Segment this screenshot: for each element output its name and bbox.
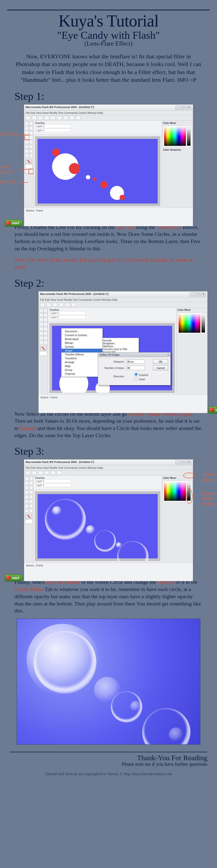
minimize-button[interactable]: _ bbox=[176, 105, 180, 110]
maximize-button[interactable]: □ bbox=[181, 461, 186, 464]
menu-item[interactable]: Convert Lines to Fills bbox=[102, 348, 138, 350]
fill-color-swatch[interactable] bbox=[39, 351, 47, 355]
menu-item[interactable]: Ungroup bbox=[61, 372, 102, 376]
properties-panel[interactable]: Actions - Frame bbox=[24, 562, 193, 581]
menu-item[interactable]: Symbol bbox=[61, 345, 102, 349]
close-button[interactable]: × bbox=[187, 461, 191, 464]
color-spectrum[interactable] bbox=[179, 314, 200, 333]
stage-column: Timeline Layer 2 Layer 1 bbox=[33, 476, 162, 562]
window-titlebar: Macromedia Flash MX Professional 2004 - … bbox=[24, 460, 193, 466]
start-button[interactable]: start bbox=[5, 574, 23, 582]
stage[interactable] bbox=[35, 136, 160, 206]
text-tool-icon[interactable] bbox=[29, 131, 33, 135]
menu-item[interactable]: Timeline Effects bbox=[61, 352, 102, 356]
menu-item[interactable]: Straighten bbox=[102, 342, 138, 345]
expand-radio[interactable] bbox=[134, 373, 138, 376]
tools-panel[interactable] bbox=[38, 308, 48, 395]
tools-panel[interactable] bbox=[24, 121, 33, 208]
color-mixer-panel[interactable] bbox=[163, 126, 192, 147]
layer-name: Layer 1 bbox=[51, 316, 59, 318]
close-button[interactable]: × bbox=[187, 105, 191, 110]
stroke-color-swatch[interactable] bbox=[25, 159, 33, 164]
steps-input[interactable] bbox=[126, 366, 145, 370]
text: and then hit okay. You should have a Cir… bbox=[14, 425, 201, 438]
minimize-button[interactable]: _ bbox=[190, 292, 195, 296]
menu-bar[interactable]: File Edit View Insert Modify Text Comman… bbox=[24, 466, 193, 470]
menu-item[interactable]: Optimize... bbox=[102, 345, 138, 348]
main-toolbar[interactable] bbox=[38, 302, 207, 308]
menu-bar[interactable]: File Edit View Insert Modify Text Comman… bbox=[24, 111, 193, 115]
color-spectrum[interactable] bbox=[164, 482, 186, 501]
eyedropper-icon[interactable] bbox=[25, 154, 29, 158]
menu-item[interactable]: Break Apart bbox=[61, 337, 102, 341]
tools-panel[interactable] bbox=[24, 476, 33, 562]
cancel-button[interactable]: Cancel bbox=[153, 366, 168, 370]
color-spectrum[interactable] bbox=[164, 127, 186, 146]
layer-row[interactable]: Layer 2 bbox=[50, 311, 86, 315]
subselect-tool-icon[interactable] bbox=[29, 122, 33, 126]
start-button[interactable]: start bbox=[5, 219, 23, 227]
stage[interactable]: Document... Convert to Symbol... Break A… bbox=[50, 323, 175, 393]
timeline-panel[interactable]: Timeline Layer 2 Layer 1 bbox=[33, 476, 162, 490]
menu-item[interactable]: Transform bbox=[61, 356, 102, 360]
transform-tool-icon[interactable] bbox=[25, 145, 29, 149]
line-tool-icon[interactable] bbox=[25, 126, 29, 130]
close-button[interactable]: × bbox=[201, 292, 206, 296]
pencil-tool-icon[interactable] bbox=[25, 140, 29, 144]
timeline-panel[interactable]: Timeline Layer 2 Layer 1 bbox=[48, 308, 176, 322]
menu-item[interactable]: Smooth bbox=[102, 339, 138, 342]
lasso-tool-icon[interactable] bbox=[29, 126, 33, 130]
distance-input[interactable] bbox=[126, 360, 145, 364]
paint-bucket-icon[interactable] bbox=[29, 149, 33, 153]
brush-tool-icon[interactable] bbox=[29, 140, 33, 144]
properties-panel[interactable]: Actions - Frame bbox=[24, 208, 193, 226]
fill-color-swatch[interactable] bbox=[25, 519, 33, 524]
inset-label: Inset bbox=[139, 378, 145, 381]
selection-tool-icon[interactable] bbox=[25, 122, 29, 126]
minimize-button[interactable]: _ bbox=[176, 461, 180, 464]
properties-panel[interactable]: Actions - Frame bbox=[38, 395, 207, 413]
pen-tool-icon[interactable] bbox=[25, 131, 29, 135]
ok-button[interactable]: OK bbox=[153, 359, 168, 364]
stroke-color-swatch[interactable] bbox=[25, 514, 33, 519]
main-toolbar[interactable] bbox=[24, 470, 193, 476]
fill-color-swatch[interactable] bbox=[25, 164, 33, 169]
step-1-note: Note: The Red Circles are the Top Layer … bbox=[14, 256, 203, 271]
stroke-color-swatch[interactable] bbox=[39, 346, 47, 350]
layer-row[interactable]: Layer 1 bbox=[35, 484, 71, 487]
layer-name: Layer 1 bbox=[36, 129, 44, 132]
layer-row[interactable]: Layer 2 bbox=[35, 124, 71, 128]
fill-transform-icon[interactable] bbox=[29, 145, 33, 149]
ink-bottle-icon[interactable] bbox=[25, 149, 29, 153]
alpha-slider[interactable] bbox=[201, 314, 205, 333]
menu-item[interactable]: Arrange bbox=[61, 360, 102, 364]
step-1-label: Step 1: bbox=[14, 90, 217, 102]
start-button[interactable]: start bbox=[208, 406, 217, 413]
oval-tool-icon[interactable] bbox=[25, 135, 29, 140]
menu-item-shape[interactable]: Shape bbox=[61, 349, 102, 352]
menu-item[interactable]: Document... bbox=[61, 329, 102, 333]
timeline-label: Timeline bbox=[35, 477, 160, 479]
layer-row[interactable]: Layer 1 bbox=[50, 315, 86, 319]
menu-item[interactable]: Convert to Symbol... bbox=[61, 333, 102, 337]
inset-radio[interactable] bbox=[134, 377, 138, 380]
swap-colors-icon[interactable] bbox=[25, 169, 29, 173]
dialog-close-icon[interactable]: × bbox=[167, 353, 169, 356]
timeline-panel[interactable]: Timeline Layer 2 Layer 1 bbox=[33, 121, 162, 135]
menu-item[interactable]: Align bbox=[61, 364, 102, 368]
menu-item[interactable]: Bitmap bbox=[61, 341, 102, 345]
maximize-button[interactable]: □ bbox=[195, 292, 200, 296]
layer-row[interactable]: Layer 1 bbox=[35, 128, 71, 132]
rect-tool-icon[interactable] bbox=[29, 135, 33, 140]
menu-bar[interactable]: File Edit View Insert Modify Text Comman… bbox=[38, 298, 207, 302]
maximize-button[interactable]: □ bbox=[181, 105, 186, 110]
eraser-icon[interactable] bbox=[29, 154, 33, 158]
layer-row[interactable]: Layer 2 bbox=[35, 479, 71, 483]
modify-menu[interactable]: Document... Convert to Symbol... Break A… bbox=[61, 328, 103, 377]
alpha-slider[interactable] bbox=[187, 127, 191, 146]
main-toolbar[interactable] bbox=[24, 115, 193, 121]
menu-item[interactable]: Group bbox=[61, 368, 102, 372]
no-color-icon[interactable] bbox=[29, 169, 33, 173]
stage[interactable] bbox=[35, 491, 160, 561]
color-mixer-panel[interactable] bbox=[178, 313, 207, 334]
